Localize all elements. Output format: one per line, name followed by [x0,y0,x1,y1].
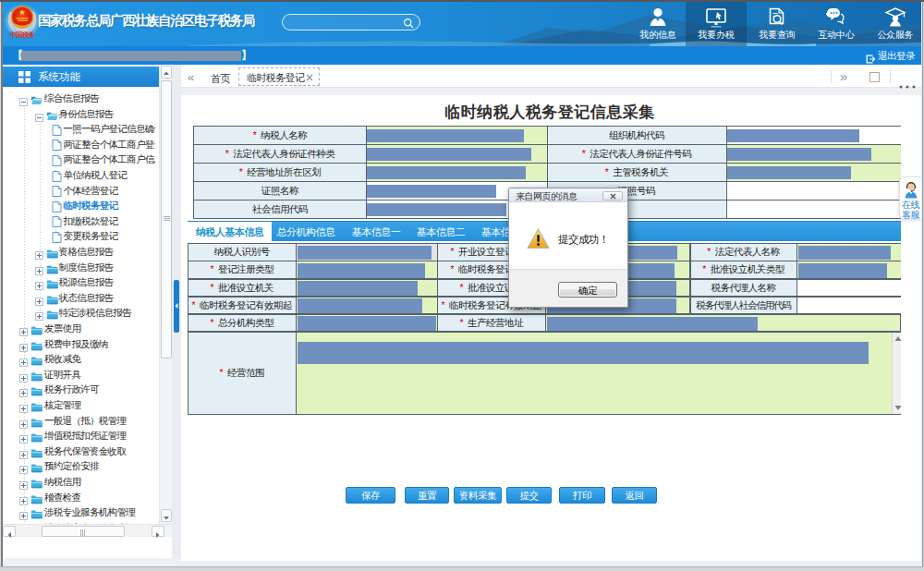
svg-text:中国税务: 中国税务 [10,30,36,39]
